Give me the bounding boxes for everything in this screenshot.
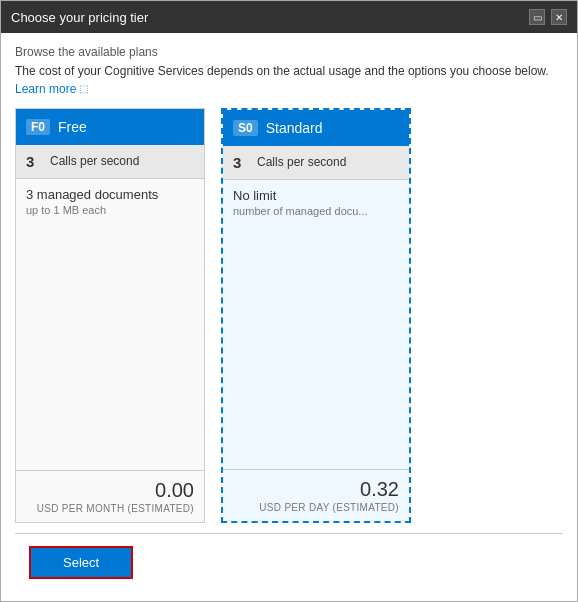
tier-feature-label-f0: Calls per second bbox=[50, 154, 139, 168]
restore-button[interactable]: ▭ bbox=[529, 9, 545, 25]
title-bar: Choose your pricing tier ▭ ✕ bbox=[1, 1, 577, 33]
tier-detail-main-s0: No limit bbox=[233, 188, 399, 203]
tier-detail-sub-s0: number of managed docu... bbox=[233, 205, 399, 217]
content-area: Browse the available plans The cost of y… bbox=[1, 33, 577, 601]
pricing-tier-dialog: Choose your pricing tier ▭ ✕ Browse the … bbox=[0, 0, 578, 602]
tier-badge-s0: S0 bbox=[233, 120, 258, 136]
external-link-icon: ⬚ bbox=[79, 83, 88, 94]
bottom-bar: Select bbox=[15, 533, 563, 591]
tier-name-s0: Standard bbox=[266, 120, 323, 136]
tier-price-label-s0: USD PER DAY (ESTIMATED) bbox=[233, 502, 399, 513]
tier-name-f0: Free bbox=[58, 119, 87, 135]
tier-feature-row-f0: 3 Calls per second bbox=[16, 145, 204, 179]
tier-header-s0: S0 Standard bbox=[223, 110, 409, 146]
tiers-container: F0 Free 3 Calls per second 3 managed doc… bbox=[15, 108, 563, 523]
tier-card-f0[interactable]: F0 Free 3 Calls per second 3 managed doc… bbox=[15, 108, 205, 523]
tier-detail-f0: 3 managed documents up to 1 MB each bbox=[16, 179, 204, 470]
close-button[interactable]: ✕ bbox=[551, 9, 567, 25]
learn-more-link[interactable]: Learn more ⬚ bbox=[15, 82, 563, 96]
description-text: The cost of your Cognitive Services depe… bbox=[15, 63, 563, 80]
tier-feature-label-s0: Calls per second bbox=[257, 155, 346, 169]
learn-more-label: Learn more bbox=[15, 82, 76, 96]
tier-header-f0: F0 Free bbox=[16, 109, 204, 145]
subtitle: Browse the available plans bbox=[15, 45, 563, 59]
tier-detail-sub-f0: up to 1 MB each bbox=[26, 204, 194, 216]
tier-badge-f0: F0 bbox=[26, 119, 50, 135]
tier-detail-main-f0: 3 managed documents bbox=[26, 187, 194, 202]
tier-price-area-s0: 0.32 USD PER DAY (ESTIMATED) bbox=[223, 469, 409, 521]
tier-feature-row-s0: 3 Calls per second bbox=[223, 146, 409, 180]
tier-price-f0: 0.00 bbox=[26, 479, 194, 502]
tier-feature-number-s0: 3 bbox=[233, 154, 249, 171]
tier-price-label-f0: USD PER MONTH (ESTIMATED) bbox=[26, 503, 194, 514]
tier-feature-number-f0: 3 bbox=[26, 153, 42, 170]
window-controls: ▭ ✕ bbox=[529, 9, 567, 25]
tier-card-s0[interactable]: S0 Standard 3 Calls per second No limit … bbox=[221, 108, 411, 523]
select-button[interactable]: Select bbox=[29, 546, 133, 579]
window-title: Choose your pricing tier bbox=[11, 10, 148, 25]
tier-detail-s0: No limit number of managed docu... bbox=[223, 180, 409, 469]
tier-price-s0: 0.32 bbox=[233, 478, 399, 501]
tier-price-area-f0: 0.00 USD PER MONTH (ESTIMATED) bbox=[16, 470, 204, 522]
